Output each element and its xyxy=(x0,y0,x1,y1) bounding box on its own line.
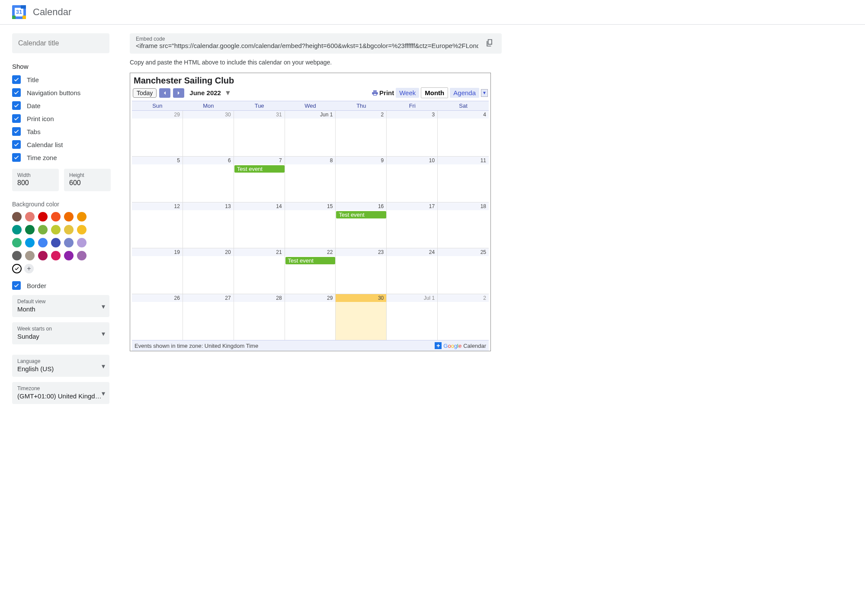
border-checkbox[interactable] xyxy=(12,281,21,290)
date-number: 30 xyxy=(183,111,234,119)
calendar-cell[interactable]: 7Test event xyxy=(234,157,285,202)
calendar-cell[interactable]: Jun 1 xyxy=(285,111,336,156)
color-swatch[interactable] xyxy=(51,251,61,260)
calendar-cell[interactable]: 27 xyxy=(183,294,234,340)
calendar-cell[interactable]: 22Test event xyxy=(285,248,336,294)
color-swatch[interactable] xyxy=(38,225,48,234)
add-color-button[interactable]: + xyxy=(24,264,34,273)
color-swatch[interactable] xyxy=(25,251,35,260)
color-swatch[interactable] xyxy=(77,212,86,221)
calendar-cell[interactable]: 13 xyxy=(183,202,234,248)
height-label: Height xyxy=(69,172,106,178)
color-swatch[interactable] xyxy=(77,225,86,234)
color-swatch-selected[interactable] xyxy=(12,264,22,273)
calendar-cell[interactable]: 8 xyxy=(285,157,336,202)
checkbox-navigation buttons[interactable] xyxy=(12,88,21,97)
print-icon xyxy=(372,90,378,96)
color-swatch[interactable] xyxy=(38,251,48,260)
color-swatch[interactable] xyxy=(77,238,86,247)
embed-code-field[interactable]: Embed code <iframe src="https://calendar… xyxy=(130,33,502,54)
calendar-cell[interactable]: 31 xyxy=(234,111,285,156)
today-button[interactable]: Today xyxy=(133,88,157,98)
calendar-cell[interactable]: 11 xyxy=(438,157,489,202)
color-swatch[interactable] xyxy=(51,212,61,221)
date-number: 5 xyxy=(132,157,183,164)
google-calendar-brand[interactable]: + Google Calendar xyxy=(435,342,486,349)
language-select[interactable]: Language English (US) ▾ xyxy=(12,355,109,377)
calendar-cell[interactable]: 17 xyxy=(387,202,438,248)
calendar-cell[interactable]: 2 xyxy=(438,294,489,340)
color-swatch[interactable] xyxy=(64,251,74,260)
color-swatch[interactable] xyxy=(64,238,74,247)
calendar-cell[interactable]: 28 xyxy=(234,294,285,340)
tab-week[interactable]: Week xyxy=(396,88,419,98)
calendar-cell[interactable]: 30 xyxy=(336,294,387,340)
color-swatch[interactable] xyxy=(12,238,22,247)
calendar-event[interactable]: Test event xyxy=(285,257,336,264)
calendar-cell[interactable]: 4 xyxy=(438,111,489,156)
calendar-cell[interactable]: 26 xyxy=(132,294,183,340)
checkbox-print icon[interactable] xyxy=(12,114,21,123)
chevron-down-icon[interactable]: ▼ xyxy=(224,89,231,97)
month-label[interactable]: June 2022 xyxy=(189,89,221,96)
calendar-cell[interactable]: 23 xyxy=(336,248,387,294)
calendar-cell[interactable]: 30 xyxy=(183,111,234,156)
next-button[interactable] xyxy=(173,88,184,98)
calendar-cell[interactable]: 12 xyxy=(132,202,183,248)
chevron-down-icon: ▾ xyxy=(102,302,105,310)
calendar-cell[interactable]: 19 xyxy=(132,248,183,294)
calendar-cell[interactable]: Jul 1 xyxy=(387,294,438,340)
calendar-cell[interactable]: 29 xyxy=(285,294,336,340)
calendar-cell[interactable]: 15 xyxy=(285,202,336,248)
calendar-event[interactable]: Test event xyxy=(336,211,386,218)
color-swatch[interactable] xyxy=(64,212,74,221)
tab-month[interactable]: Month xyxy=(421,87,448,98)
copy-icon[interactable] xyxy=(484,37,496,49)
calendar-cell[interactable]: 29 xyxy=(132,111,183,156)
calendar-cell[interactable]: 6 xyxy=(183,157,234,202)
calendar-cell[interactable]: 24 xyxy=(387,248,438,294)
prev-button[interactable] xyxy=(159,88,170,98)
calendar-event[interactable]: Test event xyxy=(234,165,285,173)
color-swatch[interactable] xyxy=(38,212,48,221)
checkbox-title[interactable] xyxy=(12,75,21,84)
calendar-cell[interactable]: 20 xyxy=(183,248,234,294)
date-number: 8 xyxy=(285,157,336,164)
view-dropdown-icon[interactable]: ▼ xyxy=(481,89,488,97)
checkbox-tabs[interactable] xyxy=(12,127,21,136)
color-swatch[interactable] xyxy=(38,238,48,247)
color-swatch[interactable] xyxy=(25,238,35,247)
color-swatch[interactable] xyxy=(64,225,74,234)
color-swatch[interactable] xyxy=(25,212,35,221)
week-starts-select[interactable]: Week starts on Sunday ▾ xyxy=(12,322,109,344)
calendar-cell[interactable]: 5 xyxy=(132,157,183,202)
color-swatch[interactable] xyxy=(12,251,22,260)
chevron-down-icon: ▾ xyxy=(102,362,105,370)
calendar-cell[interactable]: 16Test event xyxy=(336,202,387,248)
calendar-cell[interactable]: 3 xyxy=(387,111,438,156)
tab-agenda[interactable]: Agenda xyxy=(450,88,479,98)
calendar-cell[interactable]: 10 xyxy=(387,157,438,202)
height-field[interactable]: Height 600 xyxy=(64,169,111,191)
calendar-cell[interactable]: 9 xyxy=(336,157,387,202)
color-swatch[interactable] xyxy=(12,212,22,221)
calendar-cell[interactable]: 25 xyxy=(438,248,489,294)
calendar-cell[interactable]: 21 xyxy=(234,248,285,294)
default-view-select[interactable]: Default view Month ▾ xyxy=(12,295,109,317)
checkbox-date[interactable] xyxy=(12,101,21,110)
print-button[interactable]: Print xyxy=(372,89,394,96)
gcal-logo-icon: 31 xyxy=(10,3,28,21)
checkbox-time zone[interactable] xyxy=(12,153,21,162)
color-swatch[interactable] xyxy=(77,251,86,260)
color-swatch[interactable] xyxy=(51,225,61,234)
calendar-cell[interactable]: 18 xyxy=(438,202,489,248)
color-swatch[interactable] xyxy=(51,238,61,247)
color-swatch[interactable] xyxy=(12,225,22,234)
color-swatch[interactable] xyxy=(25,225,35,234)
calendar-cell[interactable]: 2 xyxy=(336,111,387,156)
checkbox-calendar list[interactable] xyxy=(12,140,21,149)
calendar-cell[interactable]: 14 xyxy=(234,202,285,248)
timezone-select[interactable]: Timezone (GMT+01:00) United Kingdo… ▾ xyxy=(12,382,109,404)
calendar-title-input[interactable] xyxy=(12,33,109,53)
width-field[interactable]: Width 800 xyxy=(12,169,59,191)
